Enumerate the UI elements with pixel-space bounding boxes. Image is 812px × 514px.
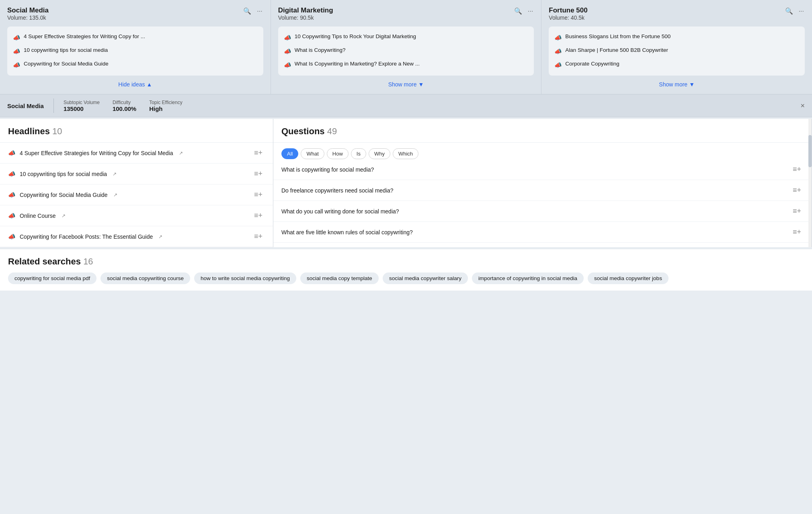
headline-item-1: 📣 10 copywriting tips for social media ↗… — [0, 164, 273, 184]
add-question-button-2[interactable]: ≡+ — [790, 206, 804, 216]
question-item-3: What are five little known rules of soci… — [273, 222, 812, 243]
card-more-button-1[interactable]: ··· — [256, 7, 263, 16]
chevron-down-icon: ▼ — [418, 81, 424, 88]
scrollbar-track[interactable] — [808, 119, 812, 247]
question-item-1: Do freelance copywriters need social med… — [273, 180, 812, 201]
filter-tab-why[interactable]: Why — [369, 148, 390, 159]
show-more-link-3[interactable]: Show more ▼ — [659, 81, 695, 88]
related-searches-section: Related searches 16 copywriting for soci… — [0, 247, 812, 291]
topic-info-close-button[interactable]: × — [800, 102, 805, 110]
card-icons-1: 🔍 ··· — [242, 6, 263, 16]
card-content-2: 📣 10 Copywriting Tips to Rock Your Digit… — [278, 27, 534, 76]
subtopic-volume-stat: Subtopic Volume 135000 — [64, 100, 100, 112]
question-text-1: Do freelance copywriters need social med… — [281, 187, 394, 194]
card-more-button-2[interactable]: ··· — [527, 7, 534, 16]
card-header-1: Social Media Volume: 135.0k 🔍 ··· — [7, 6, 263, 25]
headline-item-0: 📣 4 Super Effective Strategies for Writi… — [0, 143, 273, 164]
headline-item-3: 📣 Online Course ↗ ≡+ — [0, 205, 273, 226]
filter-tab-what[interactable]: What — [301, 148, 324, 159]
ext-link-icon: ↗ — [179, 150, 183, 156]
card-search-button-2[interactable]: 🔍 — [513, 6, 523, 16]
filter-tab-how[interactable]: How — [327, 148, 349, 159]
related-searches-title: Related searches 16 — [8, 256, 804, 267]
questions-header: Questions 49 — [273, 119, 812, 143]
show-more-link-2[interactable]: Show more ▼ — [388, 81, 424, 88]
card-icons-2: 🔍 ··· — [513, 6, 534, 16]
card-item-1-2: 📣 Copywriting for Social Media Guide — [13, 60, 258, 69]
headline-text-4: Copywriting for Facebook Posts: The Esse… — [20, 233, 153, 240]
card-title-1: Social Media Volume: 135.0k — [7, 6, 49, 25]
megaphone-icon: 📣 — [13, 47, 21, 55]
megaphone-icon: 📣 — [13, 61, 21, 69]
card-search-button-3[interactable]: 🔍 — [784, 6, 794, 16]
ext-link-icon: ↗ — [62, 213, 66, 219]
related-searches-inner: Related searches 16 copywriting for soci… — [0, 249, 812, 291]
question-text-0: What is copywriting for social media? — [281, 166, 374, 173]
add-question-button-3[interactable]: ≡+ — [790, 227, 804, 237]
card-item-3-2: 📣 Corporate Copywriting — [554, 60, 799, 69]
headline-text-0: 4 Super Effective Strategies for Writing… — [20, 150, 173, 156]
card-item-3-1: 📣 Alan Sharpe | Fortune 500 B2B Copywrit… — [554, 47, 799, 55]
megaphone-icon: 📣 — [8, 170, 16, 178]
add-to-list-button-0[interactable]: ≡+ — [252, 148, 265, 158]
megaphone-icon: 📣 — [8, 149, 16, 157]
related-tag-3[interactable]: social media copy template — [300, 272, 379, 284]
related-tags-container: copywriting for social media pdf social … — [8, 272, 804, 284]
ext-link-icon: ↗ — [158, 234, 162, 240]
ext-link-icon: ↗ — [113, 171, 117, 177]
add-to-list-button-4[interactable]: ≡+ — [252, 231, 265, 242]
related-tag-0[interactable]: copywriting for social media pdf — [8, 272, 96, 284]
filter-tab-which[interactable]: Which — [393, 148, 418, 159]
related-tag-6[interactable]: social media copywriter jobs — [588, 272, 668, 284]
add-to-list-button-2[interactable]: ≡+ — [252, 190, 265, 200]
card-item-2-0: 📣 10 Copywriting Tips to Rock Your Digit… — [284, 33, 529, 42]
topic-info-name: Social Media — [7, 102, 44, 109]
headline-item-2: 📣 Copywriting for Social Media Guide ↗ ≡… — [0, 184, 273, 205]
card-title-3: Fortune 500 Volume: 40.5k — [549, 6, 587, 25]
megaphone-icon: 📣 — [8, 212, 16, 219]
card-item-1-1: 📣 10 copywriting tips for social media — [13, 47, 258, 55]
headlines-questions-row: Headlines 10 📣 4 Super Effective Strateg… — [0, 117, 812, 247]
headline-text-3: Online Course — [20, 213, 56, 219]
card-more-button-3[interactable]: ··· — [798, 7, 805, 16]
divider — [53, 98, 54, 113]
questions-title: Questions — [281, 126, 325, 136]
card-title-2: Digital Marketing Volume: 90.5k — [278, 6, 333, 25]
question-item-0: What is copywriting for social media? ≡+ — [273, 159, 812, 180]
topic-card-fortune-500: Fortune 500 Volume: 40.5k 🔍 ··· 📣 Busine… — [541, 0, 812, 94]
related-searches-count: 16 — [83, 256, 93, 266]
question-text-2: What do you call writing done for social… — [281, 208, 399, 215]
card-header-3: Fortune 500 Volume: 40.5k 🔍 ··· — [549, 6, 805, 25]
questions-count: 49 — [327, 126, 337, 136]
card-header-2: Digital Marketing Volume: 90.5k 🔍 ··· — [278, 6, 534, 25]
card-item-2-2: 📣 What Is Copywriting in Marketing? Expl… — [284, 60, 529, 69]
related-tag-5[interactable]: importance of copywriting in social medi… — [472, 272, 584, 284]
topic-efficiency-stat: Topic Efficiency High — [149, 100, 182, 112]
card-item-3-0: 📣 Business Slogans List from the Fortune… — [554, 33, 799, 42]
filter-tab-is[interactable]: Is — [351, 148, 366, 159]
hide-ideas-link[interactable]: Hide ideas ▲ — [118, 81, 152, 88]
add-to-list-button-3[interactable]: ≡+ — [252, 211, 265, 221]
headlines-count: 10 — [52, 126, 62, 136]
add-to-list-button-1[interactable]: ≡+ — [252, 169, 265, 179]
related-tag-2[interactable]: how to write social media copywriting — [194, 272, 296, 284]
card-icons-3: 🔍 ··· — [784, 6, 805, 16]
megaphone-icon: 📣 — [8, 191, 16, 199]
ext-link-icon: ↗ — [113, 192, 117, 198]
megaphone-icon: 📣 — [554, 47, 562, 55]
related-tag-1[interactable]: social media copywriting course — [100, 272, 190, 284]
megaphone-icon: 📣 — [13, 33, 21, 42]
headline-item-4: 📣 Copywriting for Facebook Posts: The Es… — [0, 226, 273, 247]
headlines-header: Headlines 10 — [0, 119, 273, 143]
filter-tab-all[interactable]: All — [281, 148, 298, 159]
chevron-up-icon: ▲ — [146, 81, 152, 88]
megaphone-icon: 📣 — [284, 61, 291, 69]
questions-section: Questions 49 All What How Is Why Which W… — [273, 119, 812, 247]
add-question-button-1[interactable]: ≡+ — [790, 185, 804, 195]
add-question-button-0[interactable]: ≡+ — [790, 164, 804, 174]
card-content-3: 📣 Business Slogans List from the Fortune… — [549, 27, 805, 76]
card-search-button-1[interactable]: 🔍 — [242, 6, 252, 16]
question-item-2: What do you call writing done for social… — [273, 201, 812, 222]
headline-text-1: 10 copywriting tips for social media — [20, 171, 107, 177]
related-tag-4[interactable]: social media copywriter salary — [383, 272, 468, 284]
